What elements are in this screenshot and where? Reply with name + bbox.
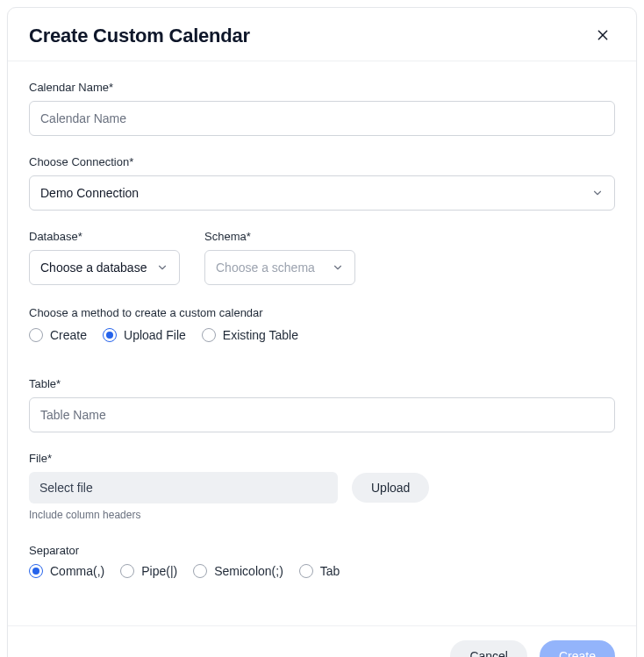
separator-radio-pipe-label: Pipe(|) <box>141 564 177 578</box>
cancel-button[interactable]: Cancel <box>450 640 527 657</box>
file-select-input[interactable] <box>29 472 338 503</box>
method-radio-existing[interactable]: Existing Table <box>202 328 298 342</box>
connection-label: Choose Connection* <box>29 155 615 168</box>
radio-icon <box>103 328 117 342</box>
file-label: File* <box>29 452 615 465</box>
radio-icon <box>299 564 313 578</box>
separator-radio-comma[interactable]: Comma(,) <box>29 564 104 578</box>
separator-radio-semicolon-label: Semicolon(;) <box>214 564 283 578</box>
table-name-input[interactable] <box>29 397 615 432</box>
radio-icon <box>29 328 43 342</box>
file-hint: Include column headers <box>29 509 615 521</box>
calendar-name-input[interactable] <box>29 101 615 136</box>
separator-radio-group: Comma(,) Pipe(|) Semicolon(;) Tab <box>29 564 615 578</box>
schema-select[interactable]: Choose a schema <box>204 250 355 285</box>
radio-icon <box>193 564 207 578</box>
close-icon <box>596 28 610 45</box>
chevron-down-icon <box>332 261 344 274</box>
separator-radio-tab-label: Tab <box>320 564 340 578</box>
chevron-down-icon <box>591 187 604 199</box>
method-radio-group: Create Upload File Existing Table <box>29 328 615 342</box>
method-section: Choose a method to create a custom calen… <box>29 306 615 342</box>
create-calendar-modal: Create Custom Calendar Calendar Name* Ch… <box>7 7 637 657</box>
separator-radio-semicolon[interactable]: Semicolon(;) <box>193 564 283 578</box>
method-label: Choose a method to create a custom calen… <box>29 306 615 319</box>
calendar-name-field: Calendar Name* <box>29 81 615 136</box>
radio-icon <box>29 564 43 578</box>
database-label: Database* <box>29 230 180 243</box>
close-button[interactable] <box>590 24 615 48</box>
db-schema-row: Database* Choose a database Schema* Choo… <box>29 230 615 285</box>
table-label: Table* <box>29 377 615 390</box>
database-select[interactable]: Choose a database <box>29 250 180 285</box>
modal-title: Create Custom Calendar <box>29 25 250 47</box>
connection-select[interactable]: Demo Connection <box>29 175 615 211</box>
method-radio-create[interactable]: Create <box>29 328 87 342</box>
modal-header: Create Custom Calendar <box>8 8 636 61</box>
table-field: Table* <box>29 377 615 432</box>
schema-selected-value: Choose a schema <box>216 261 315 275</box>
schema-label: Schema* <box>204 230 355 243</box>
database-selected-value: Choose a database <box>40 261 147 275</box>
radio-icon <box>120 564 134 578</box>
method-radio-upload-label: Upload File <box>124 328 186 342</box>
separator-section: Separator Comma(,) Pipe(|) Semicolon(;) … <box>29 544 615 617</box>
database-field: Database* Choose a database <box>29 230 180 285</box>
separator-radio-pipe[interactable]: Pipe(|) <box>120 564 177 578</box>
connection-selected-value: Demo Connection <box>40 186 139 200</box>
separator-label: Separator <box>29 544 615 557</box>
create-button[interactable]: Create <box>540 640 615 657</box>
calendar-name-label: Calendar Name* <box>29 81 615 94</box>
method-radio-upload[interactable]: Upload File <box>103 328 186 342</box>
upload-button[interactable]: Upload <box>352 473 429 503</box>
separator-radio-comma-label: Comma(,) <box>50 564 104 578</box>
method-radio-existing-label: Existing Table <box>223 328 298 342</box>
chevron-down-icon <box>156 261 168 274</box>
file-row: Upload <box>29 472 615 503</box>
file-field: File* Upload Include column headers <box>29 452 615 521</box>
modal-footer: Cancel Create <box>8 625 636 657</box>
radio-icon <box>202 328 216 342</box>
schema-field: Schema* Choose a schema <box>204 230 355 285</box>
method-radio-create-label: Create <box>50 328 87 342</box>
separator-radio-tab[interactable]: Tab <box>299 564 340 578</box>
connection-field: Choose Connection* Demo Connection <box>29 155 615 211</box>
modal-body: Calendar Name* Choose Connection* Demo C… <box>8 61 636 625</box>
